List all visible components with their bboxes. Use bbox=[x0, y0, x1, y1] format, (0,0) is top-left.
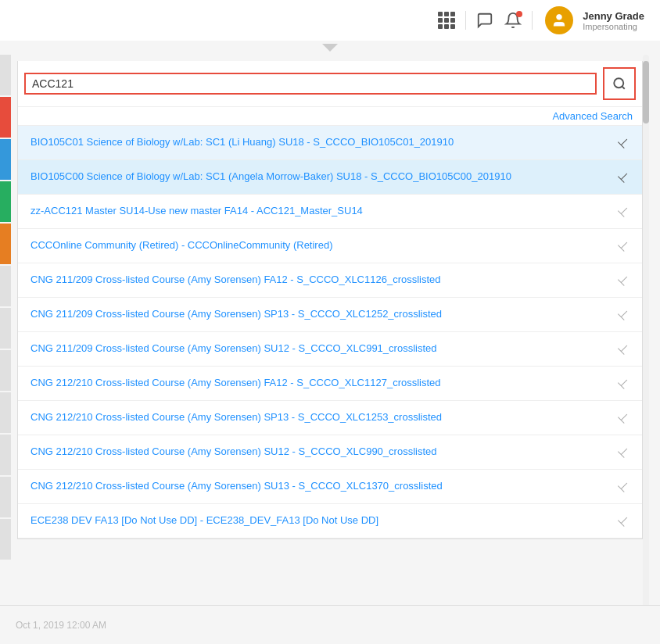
scrollbar-thumb[interactable] bbox=[643, 61, 649, 123]
nav-separator-2 bbox=[532, 11, 533, 30]
user-role: Impersonating bbox=[583, 22, 637, 31]
sidebar-indicator-5 bbox=[0, 224, 11, 264]
svg-point-0 bbox=[557, 15, 562, 20]
sidebar-indicator-10 bbox=[0, 435, 11, 475]
list-item[interactable]: CNG 211/209 Cross-listed Course (Amy Sor… bbox=[18, 332, 642, 367]
pin-icon[interactable]: ⊥ bbox=[615, 168, 633, 186]
list-item[interactable]: ECE238 DEV FA13 [Do Not Use DD] - ECE238… bbox=[18, 504, 642, 538]
sidebar-indicators bbox=[0, 55, 11, 560]
avatar[interactable] bbox=[545, 6, 573, 34]
sidebar-indicator-6 bbox=[0, 266, 11, 306]
sidebar-indicator-3 bbox=[0, 139, 11, 180]
advanced-search-section: Advanced Search bbox=[18, 107, 642, 126]
list-item[interactable]: BIO105C01 Science of Biology w/Lab: SC1 … bbox=[18, 126, 642, 160]
user-name: Jenny Grade bbox=[583, 10, 644, 22]
search-button[interactable] bbox=[604, 69, 634, 98]
notifications-button[interactable] bbox=[500, 8, 525, 33]
grid-menu-button[interactable] bbox=[434, 8, 459, 33]
result-text: zz-ACC121 Master SU14-Use new master FA1… bbox=[30, 204, 609, 218]
pin-icon[interactable]: ⊥ bbox=[615, 134, 633, 152]
sidebar-indicator-11 bbox=[0, 477, 11, 517]
chat-button[interactable] bbox=[472, 8, 497, 33]
pin-icon[interactable]: ⊥ bbox=[615, 237, 633, 255]
pin-icon[interactable]: ⊥ bbox=[615, 409, 633, 427]
search-results-list: BIO105C01 Science of Biology w/Lab: SC1 … bbox=[18, 126, 642, 538]
list-item[interactable]: CNG 212/210 Cross-listed Course (Amy Sor… bbox=[18, 470, 642, 504]
pin-icon[interactable]: ⊥ bbox=[615, 202, 633, 220]
nav-left-icons bbox=[434, 8, 536, 33]
list-item[interactable]: CNG 212/210 Cross-listed Course (Amy Sor… bbox=[18, 401, 642, 435]
footer-text: Oct 1, 2019 12:00 AM bbox=[16, 620, 106, 631]
sidebar-indicator-8 bbox=[0, 350, 11, 391]
chevron-down-icon bbox=[322, 44, 338, 52]
pin-icon[interactable]: ⊥ bbox=[615, 271, 633, 289]
list-item[interactable]: CNG 211/209 Cross-listed Course (Amy Sor… bbox=[18, 263, 642, 298]
pin-icon[interactable]: ⊥ bbox=[615, 340, 633, 358]
result-text: ECE238 DEV FA13 [Do Not Use DD] - ECE238… bbox=[30, 513, 609, 528]
search-panel: Advanced Search BIO105C01 Science of Bio… bbox=[17, 61, 643, 539]
sidebar-indicator-9 bbox=[0, 392, 11, 433]
pin-icon[interactable]: ⊥ bbox=[615, 478, 633, 496]
result-text: CNG 212/210 Cross-listed Course (Amy Sor… bbox=[30, 410, 609, 424]
search-input[interactable] bbox=[32, 77, 589, 90]
list-item[interactable]: zz-ACC121 Master SU14-Use new master FA1… bbox=[18, 195, 642, 229]
search-button-wrapper bbox=[603, 67, 636, 100]
result-text: CNG 212/210 Cross-listed Course (Amy Sor… bbox=[30, 376, 609, 390]
pin-icon[interactable]: ⊥ bbox=[615, 512, 633, 530]
result-text: BIO105C00 Science of Biology w/Lab: SC1 … bbox=[30, 170, 609, 184]
pin-icon[interactable]: ⊥ bbox=[615, 374, 633, 392]
dropdown-chevron bbox=[0, 41, 660, 55]
search-header bbox=[18, 61, 642, 107]
top-navigation: Jenny Grade Impersonating bbox=[0, 0, 660, 41]
result-text: CNG 211/209 Cross-listed Course (Amy Sor… bbox=[30, 307, 609, 321]
sidebar-indicator-4 bbox=[0, 181, 11, 222]
result-text: CNG 211/209 Cross-listed Course (Amy Sor… bbox=[30, 273, 609, 287]
page-footer: Oct 1, 2019 12:00 AM bbox=[0, 605, 660, 644]
user-info[interactable]: Jenny Grade Impersonating bbox=[583, 10, 644, 31]
list-item[interactable]: BIO105C00 Science of Biology w/Lab: SC1 … bbox=[18, 160, 642, 195]
grid-icon bbox=[438, 12, 455, 29]
result-text: CCCOnline Community (Retired) - CCCOnlin… bbox=[30, 238, 609, 252]
list-item[interactable]: CNG 212/210 Cross-listed Course (Amy Sor… bbox=[18, 435, 642, 470]
sidebar-indicator-7 bbox=[0, 308, 11, 349]
pin-icon[interactable]: ⊥ bbox=[615, 306, 633, 324]
pin-icon[interactable]: ⊥ bbox=[615, 443, 633, 461]
sidebar-indicator-12 bbox=[0, 519, 11, 560]
result-text: CNG 211/209 Cross-listed Course (Amy Sor… bbox=[30, 342, 609, 356]
sidebar-indicator-2 bbox=[0, 97, 11, 138]
result-text: CNG 212/210 Cross-listed Course (Amy Sor… bbox=[30, 445, 609, 459]
sidebar-indicator-1 bbox=[0, 55, 11, 95]
svg-point-1 bbox=[614, 78, 623, 88]
result-text: BIO105C01 Science of Biology w/Lab: SC1 … bbox=[30, 135, 609, 149]
result-text: CNG 212/210 Cross-listed Course (Amy Sor… bbox=[30, 479, 609, 493]
nav-separator-1 bbox=[465, 11, 466, 30]
list-item[interactable]: CNG 212/210 Cross-listed Course (Amy Sor… bbox=[18, 367, 642, 401]
list-item[interactable]: CCCOnline Community (Retired) - CCCOnlin… bbox=[18, 229, 642, 263]
scrollbar-track[interactable] bbox=[643, 55, 649, 641]
search-input-wrapper bbox=[24, 73, 597, 95]
list-item[interactable]: CNG 211/209 Cross-listed Course (Amy Sor… bbox=[18, 298, 642, 332]
advanced-search-link[interactable]: Advanced Search bbox=[552, 110, 633, 122]
